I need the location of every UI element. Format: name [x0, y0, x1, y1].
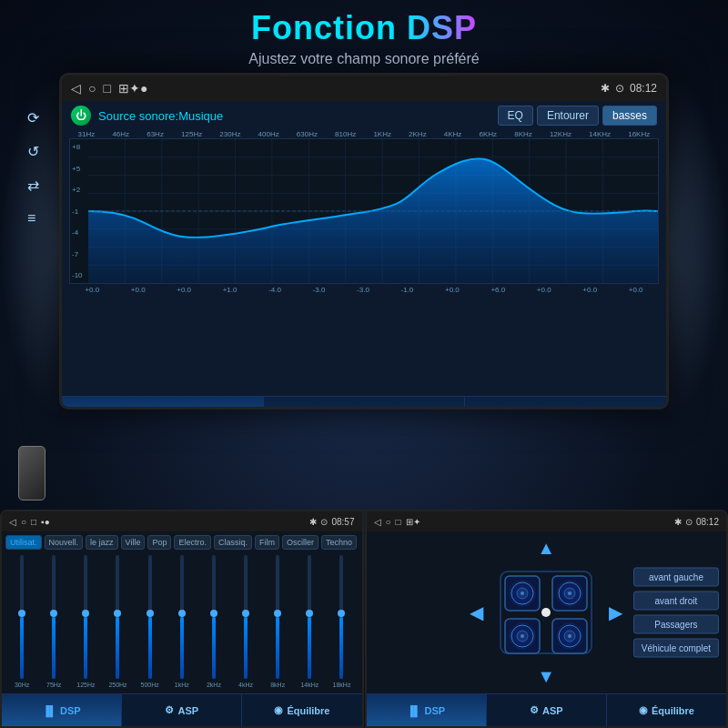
- slider-col-2: 125Hz: [71, 555, 100, 688]
- adj-5: -3.0: [313, 286, 326, 294]
- pr-bt-icon: ✱: [674, 517, 682, 527]
- pr-loc-icon: ⊙: [685, 517, 693, 527]
- pr-back-icon[interactable]: ◁: [374, 517, 381, 527]
- pl-back-icon[interactable]: ◁: [9, 517, 16, 527]
- pl-nav-dsp[interactable]: ▐▌ DSP: [2, 693, 122, 726]
- db-plus8: +8: [72, 143, 83, 151]
- balance-arrow-down[interactable]: ▼: [455, 666, 637, 687]
- balance-arrow-right[interactable]: ▶: [609, 602, 622, 623]
- main-nav-equilibre[interactable]: ◉ Équilibre: [465, 396, 666, 410]
- slider-fill-7: [244, 617, 248, 679]
- db-minus4: -4: [72, 228, 83, 237]
- recents-icon[interactable]: □: [103, 81, 110, 96]
- slider-fill-0: [20, 617, 24, 679]
- db-adjust-row: +0.0 +0.0 +0.0 +1.0 -4.0 -3.0 -3.0 -1.0 …: [62, 284, 666, 296]
- pr-asp-icon: ⚙: [530, 704, 539, 716]
- bal-vehicule[interactable]: Véhicule complet: [633, 639, 719, 658]
- preset-electro[interactable]: Electro.: [174, 535, 211, 550]
- slider-col-7: 4kHz: [231, 555, 260, 688]
- pr-media-icon: ⊞✦: [406, 517, 420, 527]
- panel-right: ◁ ○ □ ⊞✦ ✱ ⊙ 08:12 ▲ ◀: [365, 510, 729, 728]
- main-screen: ◁ ○ □ ⊞✦● ✱ ⊙ 08:12 ⏻ Source sonore:Musi…: [59, 73, 669, 410]
- main-nav-dsp[interactable]: ▐▌ DSP: [62, 396, 264, 410]
- balance-panel-content: ▲ ◀: [367, 531, 727, 693]
- freq-tick-9: 14kHz: [300, 682, 318, 688]
- pr-dsp-icon: ▐▌: [407, 705, 421, 716]
- pr-nav-asp[interactable]: ⚙ ASP: [487, 693, 607, 726]
- slider-track-5[interactable]: [180, 555, 184, 679]
- preset-osciller[interactable]: Osciller: [282, 535, 318, 550]
- pr-nav-eq[interactable]: ◉ Équilibre: [607, 693, 726, 726]
- pl-nav-asp[interactable]: ⚙ ASP: [122, 693, 242, 726]
- dsp-bars-icon: ▐▌: [137, 410, 156, 410]
- sidebar-icon-4[interactable]: ≡: [27, 210, 39, 227]
- pl-home-icon[interactable]: ○: [21, 517, 26, 527]
- pr-eq-label: Équilibre: [652, 705, 694, 716]
- pr-recents-icon[interactable]: □: [396, 517, 401, 527]
- slider-track-10[interactable]: [339, 555, 343, 679]
- tab-basses[interactable]: basses: [602, 106, 657, 126]
- adj-2: +0.0: [177, 286, 191, 294]
- location-icon: ⊙: [615, 82, 624, 95]
- bal-avant-gauche[interactable]: avant gauche: [633, 568, 719, 587]
- slider-col-5: 1kHz: [167, 555, 197, 688]
- home-icon[interactable]: ○: [88, 81, 96, 96]
- balance-row: ◀: [455, 562, 637, 662]
- main-nav-asp[interactable]: ⚙ ASP: [264, 396, 466, 410]
- slider-track-8[interactable]: [276, 555, 279, 679]
- eq-speaker-icon: ◉: [531, 410, 541, 410]
- preset-ville[interactable]: Ville: [121, 535, 146, 550]
- pl-recents-icon[interactable]: □: [31, 517, 36, 527]
- main-clock: 08:12: [630, 82, 657, 95]
- left-sidebar: ⟳ ↺ ⇄ ≡: [27, 109, 39, 227]
- preset-nouvell[interactable]: Nouvell.: [45, 535, 84, 550]
- slider-track-2[interactable]: [84, 555, 87, 679]
- db-labels: +8 +5 +2 -1 -4 -7 -10: [70, 139, 85, 283]
- dsp-panel-content: Utilisat. Nouvell. le jazz Ville Pop Ele…: [2, 531, 362, 693]
- freq-tick-5: 1kHz: [175, 682, 189, 688]
- slider-dot-7: [242, 610, 249, 617]
- tab-eq[interactable]: EQ: [498, 106, 533, 126]
- slider-track-0[interactable]: [20, 555, 24, 679]
- power-button[interactable]: ⏻: [71, 106, 91, 126]
- bal-avant-droit[interactable]: avant droit: [633, 592, 719, 611]
- bal-passagers[interactable]: Passagers: [633, 615, 719, 634]
- pl-eq-icon: ◉: [274, 704, 283, 716]
- car-balance-diagram: ▲ ◀: [455, 538, 637, 687]
- pr-home-icon[interactable]: ○: [386, 517, 391, 527]
- balance-arrow-left[interactable]: ◀: [470, 602, 483, 623]
- slider-track-9[interactable]: [308, 555, 311, 679]
- freq-8k: 8KHz: [514, 130, 532, 138]
- adj-3: +1.0: [223, 286, 238, 294]
- freq-tick-7: 4kHz: [238, 682, 253, 688]
- slider-dot-2: [82, 610, 89, 617]
- preset-pop[interactable]: Pop: [147, 535, 171, 550]
- pl-nav-eq[interactable]: ◉ Équilibre: [242, 693, 361, 726]
- back-icon[interactable]: ◁: [71, 81, 81, 96]
- slider-track-3[interactable]: [116, 555, 119, 679]
- tab-entourer[interactable]: Entourer: [537, 106, 599, 126]
- slider-col-0: 30Hz: [7, 555, 36, 688]
- pr-asp-label: ASP: [542, 705, 563, 716]
- pr-nav-dsp[interactable]: ▐▌ DSP: [367, 693, 487, 726]
- freq-14k: 14KHz: [589, 130, 611, 138]
- main-bottom-nav: ▐▌ DSP ⚙ ASP ◉ Équilibre: [62, 396, 666, 410]
- preset-film[interactable]: Film: [255, 535, 279, 550]
- freq-4k: 4KHz: [444, 130, 462, 138]
- car-speakers-svg: [487, 562, 605, 662]
- preset-utilisat[interactable]: Utilisat.: [5, 535, 42, 550]
- slider-track-1[interactable]: [52, 555, 56, 679]
- slider-track-6[interactable]: [212, 555, 216, 679]
- slider-track-4[interactable]: [148, 555, 152, 679]
- shift-knob-area: [18, 446, 46, 500]
- preset-classiq[interactable]: Classiq.: [214, 535, 252, 550]
- sidebar-icon-1[interactable]: ⟳: [27, 109, 39, 126]
- slider-track-7[interactable]: [244, 555, 248, 679]
- slider-col-3: 250Hz: [103, 555, 132, 688]
- preset-jazz[interactable]: le jazz: [86, 535, 118, 550]
- sidebar-icon-2[interactable]: ↺: [27, 143, 39, 160]
- sidebar-icon-3[interactable]: ⇄: [27, 177, 39, 194]
- preset-techno[interactable]: Techno: [321, 535, 357, 550]
- balance-arrow-up[interactable]: ▲: [455, 538, 637, 559]
- adj-6: -3.0: [357, 286, 369, 294]
